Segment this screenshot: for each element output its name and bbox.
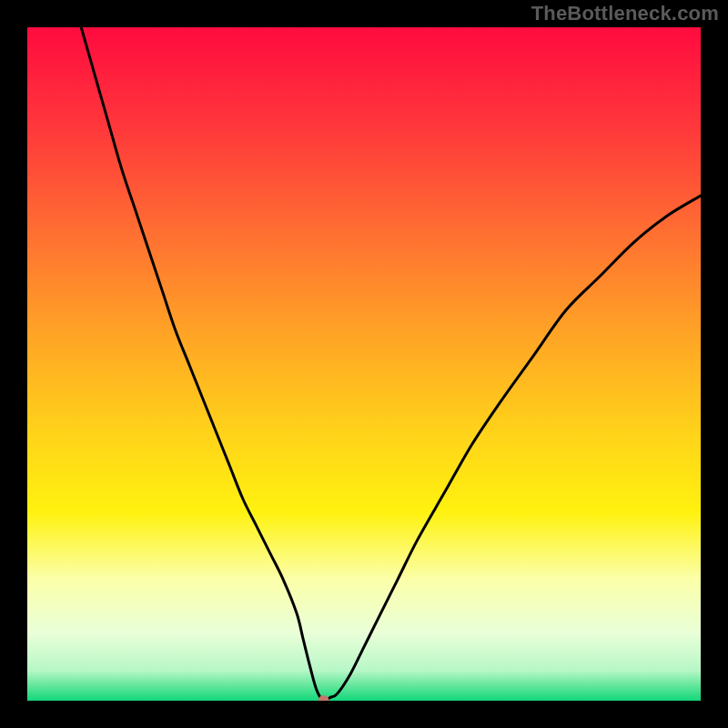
watermark-text: TheBottleneck.com bbox=[531, 2, 719, 25]
chart-svg bbox=[0, 0, 728, 728]
chart-container: TheBottleneck.com bbox=[0, 0, 728, 728]
plot-area bbox=[27, 27, 701, 706]
gradient-background bbox=[27, 27, 701, 701]
